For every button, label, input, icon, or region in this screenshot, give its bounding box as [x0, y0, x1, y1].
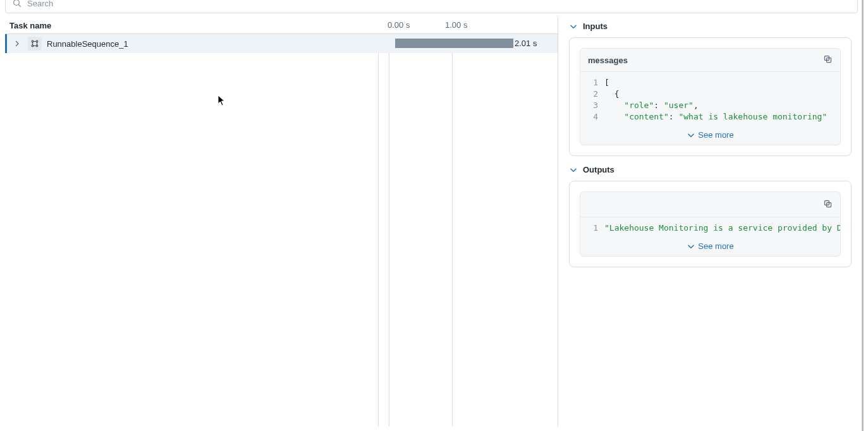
code-line: 2 { — [580, 88, 840, 100]
outputs-codebox: 1"Lakehouse Monitoring is a service prov… — [580, 191, 841, 257]
gantt-bar — [395, 39, 513, 48]
chevron-down-icon — [569, 22, 578, 31]
code-line: 1[ — [580, 77, 840, 88]
code-line: 1"Lakehouse Monitoring is a service prov… — [580, 222, 840, 234]
chevron-down-icon — [687, 242, 695, 251]
tick-line — [389, 34, 389, 427]
codebox-title: messages — [588, 56, 628, 65]
search-placeholder: Search — [27, 0, 53, 8]
see-more-outputs[interactable]: See more — [580, 238, 840, 256]
chevron-right-icon — [13, 40, 21, 47]
see-more-label: See more — [698, 241, 733, 251]
code-line: 4 "content": "what is lakehouse monitori… — [580, 111, 840, 123]
trace-panel: Task name 0.00 s 1.00 s RunnableSe — [5, 17, 558, 427]
task-header: Task name 0.00 s 1.00 s — [5, 17, 558, 34]
search-input-container[interactable]: Search — [5, 0, 858, 13]
task-name-column-label: Task name — [5, 21, 51, 30]
inputs-header[interactable]: Inputs — [565, 21, 855, 31]
task-row[interactable]: RunnableSequence_1 2.01 s — [5, 34, 558, 53]
chain-icon — [28, 37, 42, 51]
tick-line — [378, 34, 379, 427]
inputs-section: Inputs messages 1[2 {3 "role": "user",4 … — [565, 21, 855, 156]
task-duration: 2.01 s — [515, 39, 537, 48]
outputs-header[interactable]: Outputs — [565, 165, 855, 174]
detail-panel: Inputs messages 1[2 {3 "role": "user",4 … — [565, 21, 855, 276]
scrollbar-track[interactable] — [862, 0, 864, 431]
outputs-section: Outputs 1"Lakehouse Monitoring is a serv… — [565, 165, 855, 267]
svg-line-1 — [18, 4, 20, 6]
time-tick: 1.00 s — [445, 20, 467, 30]
outputs-title: Outputs — [583, 165, 614, 174]
tick-line — [452, 34, 453, 427]
chevron-down-icon — [569, 166, 578, 174]
copy-icon[interactable] — [823, 199, 833, 210]
expand-toggle[interactable] — [11, 38, 23, 49]
time-tick: 0.00 s — [388, 20, 410, 30]
chevron-down-icon — [687, 131, 695, 140]
time-axis: 0.00 s 1.00 s — [378, 17, 558, 34]
task-name: RunnableSequence_1 — [47, 39, 128, 49]
search-icon — [12, 0, 22, 8]
see-more-label: See more — [698, 130, 733, 140]
inputs-codebox: messages 1[2 {3 "role": "user",4 "conten… — [580, 48, 841, 145]
copy-icon[interactable] — [823, 54, 833, 66]
inputs-title: Inputs — [583, 21, 608, 31]
code-line: 3 "role": "user", — [580, 100, 840, 111]
see-more-inputs[interactable]: See more — [580, 126, 840, 145]
